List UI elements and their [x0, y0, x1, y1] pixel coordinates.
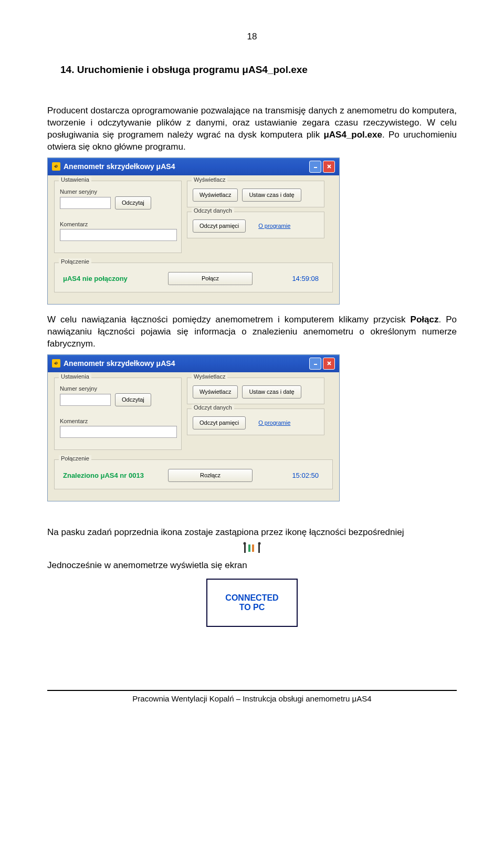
- group-polaczenie: Połączenie Znaleziono μAS4 nr 0013 Rozłą…: [54, 459, 333, 489]
- legend-polaczenie: Połączenie: [59, 455, 91, 462]
- connected-line1: CONNECTED: [225, 593, 278, 603]
- legend-ustawienia: Ustawienia: [59, 373, 91, 380]
- connection-time: 14:59:08: [292, 275, 324, 282]
- window-title-2: Anemometr skrzydełkowy μAS4: [64, 359, 175, 368]
- legend-odczyt: Odczyt danych: [192, 207, 234, 214]
- para2-a: W celu nawiązania łączności pomiędzy ane…: [47, 315, 411, 324]
- close-button[interactable]: [323, 358, 335, 370]
- ustaw-czas-button[interactable]: Ustaw czas i datę: [242, 385, 301, 399]
- svg-rect-10: [258, 543, 260, 553]
- ustaw-czas-button[interactable]: Ustaw czas i datę: [242, 188, 301, 202]
- paragraph-3: Na pasku zadań poprzednia ikona zostaje …: [47, 527, 457, 539]
- svg-point-11: [258, 542, 261, 544]
- section-title: 14. Uruchomienie i obsługa programu μAS4…: [60, 64, 457, 76]
- komentarz-input[interactable]: [60, 426, 177, 438]
- connection-status-text-2: Znaleziono μAS4 nr 0013: [63, 471, 168, 479]
- group-polaczenie: Połączenie μAS4 nie połączony Połącz 14:…: [54, 263, 333, 292]
- legend-wyswietlacz: Wyświetlacz: [192, 373, 227, 380]
- komentarz-input[interactable]: [60, 229, 177, 241]
- group-ustawienia: Ustawienia Numer seryjny Odczytaj Koment…: [54, 378, 182, 450]
- numer-seryjny-input[interactable]: [60, 394, 111, 406]
- label-numer-seryjny: Numer seryjny: [60, 385, 176, 392]
- o-programie-link[interactable]: O programie: [258, 219, 290, 233]
- odczyt-pamieci-button[interactable]: Odczyt pamięci: [193, 219, 246, 233]
- window-title: Anemometr skrzydełkowy μAS4: [64, 162, 175, 171]
- group-odczyt-danych: Odczyt danych Odczyt pamięci O programie: [187, 408, 324, 435]
- page-footer: Pracownia Wentylacji Kopalń – Instrukcja…: [47, 690, 457, 703]
- svg-rect-9: [252, 544, 254, 552]
- group-wyswietlacz: Wyświetlacz Wyświetlacz Ustaw czas i dat…: [187, 181, 324, 207]
- paragraph-2: W celu nawiązania łączności pomiędzy ane…: [47, 314, 457, 350]
- app-window-1: ꩜ Anemometr skrzydełkowy μAS4 Ustawienia…: [47, 158, 340, 305]
- legend-polaczenie: Połączenie: [59, 258, 91, 265]
- title-bar-2: ꩜ Anemometr skrzydełkowy μAS4: [48, 355, 339, 372]
- paragraph-4: Jednocześnie w anemometrze wyświetla się…: [47, 560, 457, 572]
- odczyt-pamieci-button[interactable]: Odczyt pamięci: [193, 416, 246, 429]
- connected-line2: TO PC: [239, 603, 265, 612]
- minimize-button[interactable]: [309, 161, 321, 173]
- app-window-2: ꩜ Anemometr skrzydełkowy μAS4 Ustawienia…: [47, 354, 340, 501]
- connection-status-text: μAS4 nie połączony: [63, 275, 168, 282]
- odczytaj-button[interactable]: Odczytaj: [115, 393, 151, 406]
- label-numer-seryjny: Numer seryjny: [60, 188, 176, 195]
- label-komentarz: Komentarz: [60, 418, 176, 424]
- svg-rect-8: [248, 544, 250, 552]
- polacz-button[interactable]: Połącz: [168, 272, 253, 285]
- app-icon: ꩜: [52, 162, 60, 171]
- para2-bold: Połącz: [411, 315, 439, 324]
- paragraph-1: Producent dostarcza oprogramowanie pozwa…: [47, 105, 457, 153]
- device-screen-box: CONNECTED TO PC: [206, 579, 298, 627]
- o-programie-link[interactable]: O programie: [258, 416, 290, 429]
- close-button[interactable]: [323, 161, 335, 173]
- page-number: 18: [47, 32, 457, 42]
- group-wyswietlacz: Wyświetlacz Wyświetlacz Ustaw czas i dat…: [187, 378, 324, 404]
- wyswietlacz-button[interactable]: Wyświetlacz: [193, 188, 238, 202]
- numer-seryjny-input[interactable]: [60, 197, 111, 209]
- odczytaj-button[interactable]: Odczytaj: [115, 196, 151, 209]
- connection-icon: [47, 542, 457, 554]
- legend-wyswietlacz: Wyświetlacz: [192, 176, 227, 183]
- para1-bold: μAS4_pol.exe: [323, 130, 382, 140]
- svg-rect-6: [244, 543, 246, 553]
- label-komentarz: Komentarz: [60, 221, 176, 227]
- rozlacz-button[interactable]: Rozłącz: [168, 469, 253, 482]
- connection-time-2: 15:02:50: [292, 471, 324, 479]
- wyswietlacz-button[interactable]: Wyświetlacz: [193, 385, 238, 399]
- minimize-button[interactable]: [309, 358, 321, 370]
- group-odczyt-danych: Odczyt danych Odczyt pamięci O programie: [187, 212, 324, 238]
- title-bar: ꩜ Anemometr skrzydełkowy μAS4: [48, 158, 339, 175]
- app-icon: ꩜: [52, 359, 60, 368]
- legend-ustawienia: Ustawienia: [59, 176, 91, 183]
- svg-point-7: [244, 542, 246, 544]
- legend-odczyt: Odczyt danych: [192, 404, 234, 411]
- group-ustawienia: Ustawienia Numer seryjny Odczytaj Koment…: [54, 181, 182, 253]
